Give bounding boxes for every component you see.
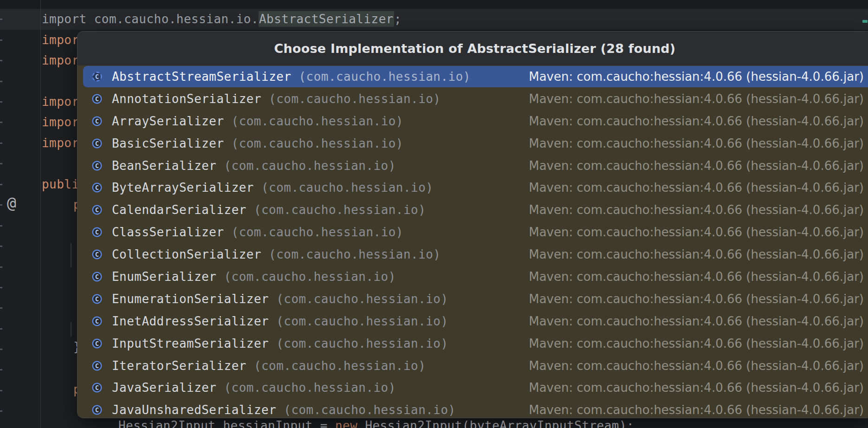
package-name: (com.caucho.hessian.io) [224, 159, 395, 173]
line-number-tick [0, 266, 2, 268]
implementation-row[interactable]: C JavaSerializer (com.caucho.hessian.io)… [78, 376, 868, 399]
line-number-tick [0, 204, 2, 206]
package-name: (com.caucho.hessian.io) [269, 92, 440, 106]
package-name: (com.caucho.hessian.io) [254, 203, 426, 217]
implementation-row[interactable]: C InputStreamSerializer (com.caucho.hess… [78, 332, 868, 355]
class-name: EnumerationSerializer [112, 292, 269, 306]
implementation-row[interactable]: C InetAddressSerializer (com.caucho.hess… [78, 310, 868, 332]
class-icon-letter: C [95, 295, 99, 303]
class-name: CollectionSerializer [112, 247, 261, 261]
class-icon: C [91, 271, 103, 282]
package-name: (com.caucho.hessian.io) [284, 403, 455, 417]
implementation-row[interactable]: C EnumerationSerializer (com.caucho.hess… [78, 288, 868, 310]
implementation-row[interactable]: C JavaUnsharedSerializer (com.caucho.hes… [78, 399, 868, 418]
implementation-row[interactable]: C CalendarSerializer (com.caucho.hessian… [78, 199, 868, 221]
import-prefix: import com.caucho.hessian.io. [42, 12, 259, 26]
package-name: (com.caucho.hessian.io) [298, 70, 470, 84]
package-name: (com.caucho.hessian.io) [224, 270, 395, 284]
line-number-tick [0, 369, 2, 370]
class-icon-letter: C [95, 117, 99, 125]
maven-location: Maven: com.caucho:hessian:4.0.66 (hessia… [529, 70, 864, 84]
class-icon: C [91, 338, 103, 349]
implementation-row[interactable]: C ArraySerializer (com.caucho.hessian.io… [78, 110, 868, 132]
class-name: IteratorSerializer [112, 359, 246, 373]
class-icon: C [91, 249, 103, 260]
implementation-row[interactable]: C BasicSerializer (com.caucho.hessian.io… [78, 132, 868, 155]
line-number-tick [0, 81, 2, 82]
class-name: AbstractStreamSerializer [112, 70, 291, 84]
maven-location: Maven: com.caucho:hessian:4.0.66 (hessia… [529, 136, 864, 150]
class-name: BasicSerializer [112, 136, 224, 150]
ide-editor-screen: @ import com.caucho.hessian.io.AbstractS… [0, 0, 868, 428]
class-icon: C [91, 360, 103, 371]
inspection-stripe-mark[interactable] [862, 20, 868, 23]
class-name: ArraySerializer [112, 114, 224, 128]
class-name: JavaUnsharedSerializer [112, 403, 276, 417]
class-icon: C [91, 93, 103, 104]
package-name: (com.caucho.hessian.io) [254, 359, 426, 373]
maven-location: Maven: com.caucho:hessian:4.0.66 (hessia… [529, 381, 864, 395]
implementation-row[interactable]: C ClassSerializer (com.caucho.hessian.io… [78, 221, 868, 243]
line-number-tick [0, 225, 2, 227]
class-name: InetAddressSerializer [112, 314, 269, 328]
implementation-row[interactable]: C IteratorSerializer (com.caucho.hessian… [78, 355, 868, 377]
class-icon-letter: C [95, 406, 99, 414]
class-icon: C [91, 116, 103, 127]
package-name: (com.caucho.hessian.io) [261, 181, 433, 195]
line-number-tick [0, 39, 2, 41]
implementation-row[interactable]: C AbstractStreamSerializer (com.caucho.h… [78, 65, 868, 88]
class-icon-letter: C [95, 73, 99, 80]
code-line-hessian-input[interactable]: Hessian2Input hessianInput = new Hessian… [118, 419, 634, 428]
package-name: (com.caucho.hessian.io) [276, 314, 448, 328]
package-name: (com.caucho.hessian.io) [232, 136, 403, 150]
indent-guide [71, 322, 71, 337]
maven-location: Maven: com.caucho:hessian:4.0.66 (hessia… [529, 225, 864, 239]
line-number-tick [0, 287, 2, 288]
choose-implementation-popup: Choose Implementation of AbstractSeriali… [77, 31, 868, 418]
line-number-tick [0, 143, 2, 144]
maven-location: Maven: com.caucho:hessian:4.0.66 (hessia… [529, 359, 864, 373]
class-icon: C [91, 182, 103, 193]
implementation-row[interactable]: C EnumSerializer (com.caucho.hessian.io)… [78, 266, 868, 288]
implementation-row[interactable]: C AnnotationSerializer (com.caucho.hessi… [78, 88, 868, 110]
implementation-row[interactable]: C ByteArraySerializer (com.caucho.hessia… [78, 176, 868, 199]
line-number-tick [0, 390, 2, 391]
class-icon-letter: C [95, 362, 99, 369]
class-name: CalendarSerializer [112, 203, 246, 217]
class-icon-letter: C [95, 318, 99, 325]
class-name: ByteArraySerializer [112, 181, 254, 195]
line-number-tick [0, 307, 2, 309]
line-number-tick [0, 184, 2, 185]
implementation-row[interactable]: C BeanSerializer (com.caucho.hessian.io)… [78, 155, 868, 177]
implementation-row[interactable]: C CollectionSerializer (com.caucho.hessi… [78, 243, 868, 266]
class-icon: C [91, 293, 103, 305]
line-number-tick [0, 60, 2, 61]
annotation-gutter-icon[interactable]: @ [7, 194, 16, 212]
class-icon: C [91, 160, 103, 171]
class-icon-letter: C [95, 162, 99, 169]
class-name: AnnotationSerializer [112, 92, 261, 106]
import-suffix: ; [394, 12, 402, 26]
code-text: Hessian2Input(byteArrayInputStream); [357, 419, 634, 428]
maven-location: Maven: com.caucho:hessian:4.0.66 (hessia… [529, 247, 864, 261]
class-icon: C [91, 138, 103, 149]
class-name: InputStreamSerializer [112, 337, 269, 350]
class-icon: C [91, 382, 103, 393]
class-icon-letter: C [95, 384, 99, 391]
class-icon-letter: C [95, 139, 99, 147]
package-name: (com.caucho.hessian.io) [232, 114, 403, 128]
code-text: Hessian2Input hessianInput = [118, 419, 335, 428]
line-number-tick [0, 163, 2, 164]
highlighted-usage-token: AbstractSerializer [259, 11, 394, 27]
class-icon-letter: C [95, 95, 99, 103]
class-icon-letter: C [95, 251, 99, 258]
indent-guide [71, 243, 71, 267]
class-icon: C [91, 227, 103, 238]
maven-location: Maven: com.caucho:hessian:4.0.66 (hessia… [529, 114, 864, 128]
gutter-separator [40, 0, 41, 428]
maven-location: Maven: com.caucho:hessian:4.0.66 (hessia… [529, 314, 864, 328]
implementations-list[interactable]: C AbstractStreamSerializer (com.caucho.h… [78, 65, 868, 418]
maven-location: Maven: com.caucho:hessian:4.0.66 (hessia… [529, 403, 864, 417]
line-number-tick [0, 328, 2, 330]
code-line-import-abstractserializer[interactable]: import com.caucho.hessian.io.AbstractSer… [42, 12, 402, 26]
